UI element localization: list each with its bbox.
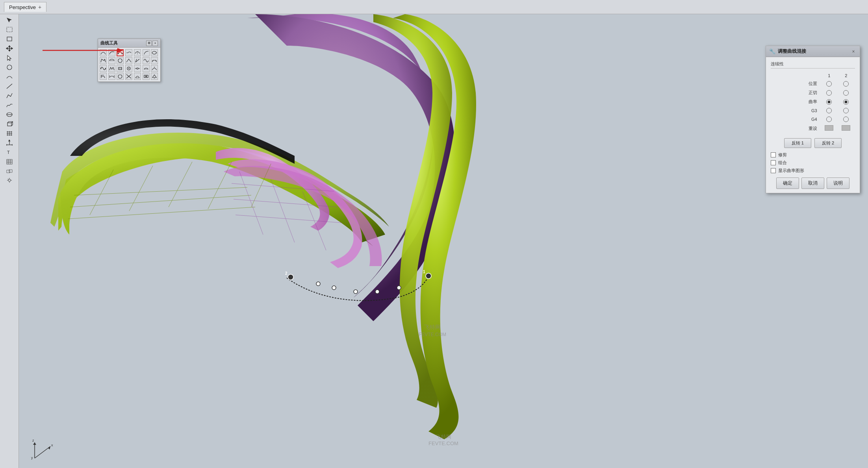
3d-scene: 2 1 飞特网 FEVTE.COM [19, 14, 868, 468]
show-curvature-checkbox[interactable] [771, 168, 776, 173]
axes-indicator: x z y [31, 435, 58, 462]
radio-curvature-2[interactable] [838, 98, 854, 106]
radio-g4-2[interactable] [838, 115, 854, 123]
ok-button[interactable]: 确定 [776, 178, 799, 189]
svg-marker-7 [11, 48, 13, 49]
red-arrow [41, 45, 123, 56]
ct-tool-24[interactable] [117, 73, 124, 80]
reset-2[interactable] [838, 124, 854, 133]
ct-tool-13[interactable] [143, 57, 150, 64]
radio-curvature-1[interactable] [821, 98, 837, 106]
ct-tool-14[interactable] [151, 57, 158, 64]
svg-point-60 [332, 286, 336, 290]
radio-g4-1[interactable] [821, 115, 837, 123]
svg-text:飞特网: 飞特网 [424, 324, 441, 330]
tool-line[interactable] [2, 82, 17, 91]
radio-g3-2[interactable] [838, 107, 854, 115]
ct-tool-18[interactable] [125, 65, 132, 72]
tool-arc[interactable] [2, 72, 17, 81]
show-curvature-checkbox-row: 显示曲率图形 [771, 168, 855, 174]
svg-point-79 [137, 68, 138, 69]
ct-tool-15[interactable] [100, 65, 107, 72]
svg-point-35 [8, 179, 11, 181]
row-reset-label: 重设 [772, 124, 820, 133]
svg-rect-0 [7, 27, 12, 32]
radio-tangent-1[interactable] [821, 89, 837, 97]
ct-tool-16[interactable] [108, 65, 115, 72]
ct-tool-11[interactable] [125, 57, 132, 64]
ct-tool-20[interactable] [143, 65, 150, 72]
radio-g3-1[interactable] [821, 107, 837, 115]
ct-tool-17[interactable] [117, 65, 124, 72]
tool-group[interactable] [2, 167, 17, 176]
ct-tool-7[interactable] [151, 49, 158, 56]
curve-toolbar-settings[interactable]: ⚙ [146, 41, 152, 46]
tab-plus[interactable]: + [38, 4, 41, 10]
help-button[interactable]: 说明 [827, 178, 849, 189]
curve-toolbar-controls: ⚙ × [146, 41, 158, 46]
tool-circle[interactable] [2, 63, 17, 72]
svg-text:z: z [32, 438, 34, 442]
tool-freeform[interactable] [2, 101, 17, 109]
tool-hatch[interactable] [2, 157, 17, 166]
radio-position-2[interactable] [838, 80, 854, 88]
watermark-line2: FEVTE.COM [428, 440, 458, 446]
reverse-btn-1[interactable]: 反转 1 [784, 138, 811, 148]
left-toolbar: A T [0, 14, 19, 468]
ct-tool-6[interactable] [143, 49, 150, 56]
row-g4-label: G4 [772, 115, 820, 123]
curve-blend-panel: 🔧 调整曲线混接 × 连续性 1 2 位置 [766, 46, 860, 193]
reset-1[interactable] [821, 124, 837, 133]
ct-tool-19[interactable] [134, 65, 141, 72]
tool-dim[interactable]: A [2, 139, 17, 147]
ct-tool-21[interactable] [151, 65, 158, 72]
tool-solid[interactable] [2, 120, 17, 128]
col-header-1: 1 [821, 72, 837, 79]
tool-rectangle[interactable] [2, 35, 17, 43]
ct-tool-27[interactable] [143, 73, 150, 80]
ct-tool-12[interactable] [134, 57, 141, 64]
viewport[interactable]: 2 1 飞特网 FEVTE.COM 曲线工具 ⚙ × [19, 14, 868, 468]
tool-light[interactable] [2, 176, 17, 185]
curve-toolbar-close[interactable]: × [152, 41, 158, 46]
ct-tool-26[interactable] [134, 73, 141, 80]
tool-select[interactable] [2, 16, 17, 24]
perspective-tab[interactable]: Perspective + [4, 2, 46, 12]
tool-surface[interactable] [2, 110, 17, 119]
ct-tool-10[interactable] [117, 57, 124, 64]
ct-tool-5[interactable] [134, 49, 141, 56]
tool-window-select[interactable] [2, 25, 17, 34]
svg-point-62 [375, 290, 379, 294]
ct-tool-9[interactable] [108, 57, 115, 64]
panel-icon: 🔧 [769, 48, 775, 54]
svg-text:2: 2 [285, 271, 287, 276]
tool-cursor[interactable] [2, 54, 17, 62]
reverse-btn-2[interactable]: 反转 2 [814, 138, 842, 148]
trim-checkbox[interactable] [771, 152, 776, 157]
ct-tool-22[interactable] [100, 73, 107, 80]
ct-tool-8[interactable] [100, 57, 107, 64]
ct-tool-28[interactable] [151, 73, 158, 80]
cancel-button[interactable]: 取消 [801, 178, 824, 189]
row-tangent-label: 正切 [772, 89, 820, 97]
svg-text:T: T [7, 150, 10, 155]
svg-text:1: 1 [423, 270, 425, 274]
svg-point-76 [100, 68, 102, 69]
join-checkbox[interactable] [771, 160, 776, 165]
radio-position-1[interactable] [821, 80, 837, 88]
join-label: 组合 [778, 160, 787, 166]
ct-tool-25[interactable] [125, 73, 132, 80]
tool-mesh[interactable] [2, 129, 17, 138]
tool-polyline[interactable] [2, 91, 17, 100]
svg-marker-94 [48, 446, 50, 450]
ct-tool-4[interactable] [125, 49, 132, 56]
radio-tangent-2[interactable] [838, 89, 854, 97]
top-bar: Perspective + [0, 0, 868, 14]
tool-text[interactable]: T [2, 148, 17, 157]
tool-move[interactable] [2, 44, 17, 53]
reverse-buttons-row: 反转 1 反转 2 [771, 138, 855, 148]
svg-line-9 [7, 84, 12, 89]
panel-close-btn[interactable]: × [850, 48, 857, 55]
svg-marker-6 [6, 48, 7, 49]
ct-tool-23[interactable] [108, 73, 115, 80]
